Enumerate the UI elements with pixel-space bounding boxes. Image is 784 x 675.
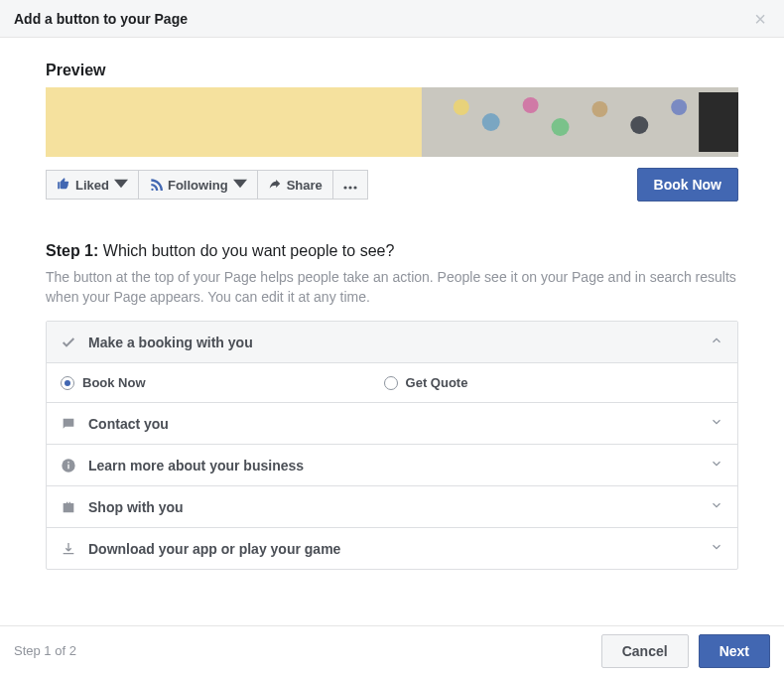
page-action-bar: Liked Following Share Book Now <box>46 167 738 202</box>
option-shop[interactable]: Shop with you <box>47 485 737 527</box>
check-icon <box>61 335 76 350</box>
chevron-up-icon <box>710 334 723 350</box>
info-icon <box>61 458 76 473</box>
svg-rect-15 <box>67 462 68 463</box>
svg-point-8 <box>671 99 687 115</box>
liked-label: Liked <box>75 178 109 193</box>
option-make-booking-label: Make a booking with you <box>88 335 698 350</box>
svg-point-12 <box>353 186 356 189</box>
option-learn-more[interactable]: Learn more about your business <box>47 444 737 485</box>
option-make-booking-body: Book Now Get Quote <box>47 362 737 402</box>
following-label: Following <box>168 178 228 193</box>
caret-down-icon <box>233 177 247 194</box>
step-counter: Step 1 of 2 <box>14 643 76 658</box>
svg-point-6 <box>591 101 607 117</box>
option-make-booking[interactable]: Make a booking with you <box>47 322 737 362</box>
step-description: The button at the top of your Page helps… <box>46 268 738 307</box>
svg-point-2 <box>454 99 469 115</box>
svg-point-10 <box>343 186 346 189</box>
option-contact-label: Contact you <box>88 416 698 432</box>
option-contact-you[interactable]: Contact you <box>47 402 737 444</box>
caret-down-icon <box>114 177 128 194</box>
radio-icon <box>384 376 398 390</box>
modal-title: Add a button to your Page <box>14 11 188 27</box>
chevron-down-icon <box>710 540 723 557</box>
chevron-down-icon <box>710 457 723 473</box>
cta-preview-button[interactable]: Book Now <box>637 168 738 202</box>
close-icon[interactable]: × <box>750 5 770 33</box>
share-label: Share <box>287 178 323 193</box>
rss-icon <box>149 177 163 194</box>
radio-get-quote-label: Get Quote <box>406 375 468 390</box>
option-download-label: Download your app or play your game <box>88 541 698 557</box>
radio-book-now-label: Book Now <box>82 375 146 390</box>
svg-rect-9 <box>699 92 738 152</box>
liked-button[interactable]: Liked <box>46 170 139 200</box>
chevron-down-icon <box>710 498 723 515</box>
radio-icon <box>61 376 74 390</box>
radio-book-now[interactable]: Book Now <box>61 375 146 390</box>
more-button[interactable] <box>333 170 368 200</box>
chevron-down-icon <box>710 415 723 432</box>
download-icon <box>61 541 76 557</box>
step-question: Which button do you want people to see? <box>103 242 395 259</box>
modal-footer: Step 1 of 2 Cancel Next <box>0 625 784 675</box>
next-button[interactable]: Next <box>699 634 770 668</box>
share-button[interactable]: Share <box>258 170 333 200</box>
svg-point-11 <box>348 186 351 189</box>
page-button-group: Liked Following Share <box>46 170 368 200</box>
svg-point-3 <box>482 113 500 131</box>
share-icon <box>268 177 282 194</box>
following-button[interactable]: Following <box>139 170 258 200</box>
cover-photo-preview <box>46 87 738 157</box>
step-title: Step 1: Which button do you want people … <box>46 242 738 260</box>
briefcase-icon <box>61 499 76 515</box>
cancel-button[interactable]: Cancel <box>601 634 689 668</box>
svg-point-5 <box>552 118 570 136</box>
svg-rect-1 <box>422 87 738 157</box>
ellipsis-icon <box>343 178 357 193</box>
option-learn-label: Learn more about your business <box>88 458 698 473</box>
option-shop-label: Shop with you <box>88 499 698 515</box>
like-icon <box>57 177 70 194</box>
button-type-accordion: Make a booking with you Book Now Get Quo… <box>46 321 738 570</box>
modal-header: Add a button to your Page × <box>0 0 784 38</box>
option-download[interactable]: Download your app or play your game <box>47 527 737 569</box>
svg-rect-14 <box>67 464 68 469</box>
preview-heading: Preview <box>46 62 738 79</box>
chat-icon <box>61 416 76 432</box>
modal-content: Preview Liked Following <box>0 62 784 570</box>
svg-point-4 <box>523 97 539 113</box>
step-label: Step 1: <box>46 242 98 259</box>
radio-get-quote[interactable]: Get Quote <box>384 375 468 390</box>
svg-point-7 <box>630 116 648 134</box>
